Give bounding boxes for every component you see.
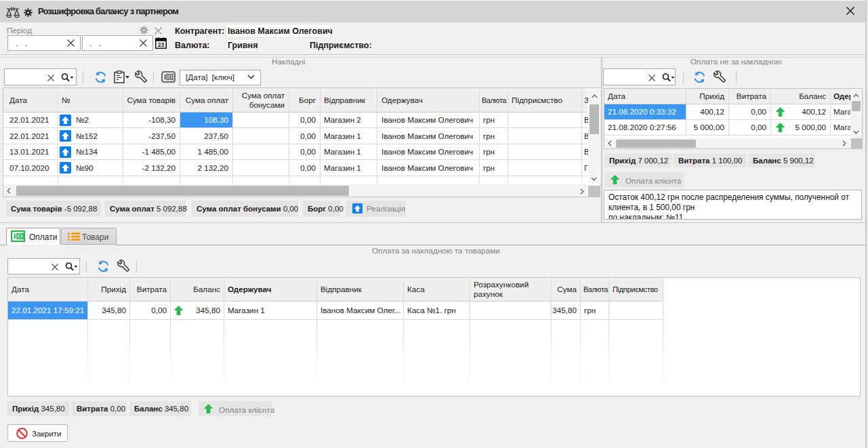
svg-text:23: 23	[158, 41, 165, 48]
